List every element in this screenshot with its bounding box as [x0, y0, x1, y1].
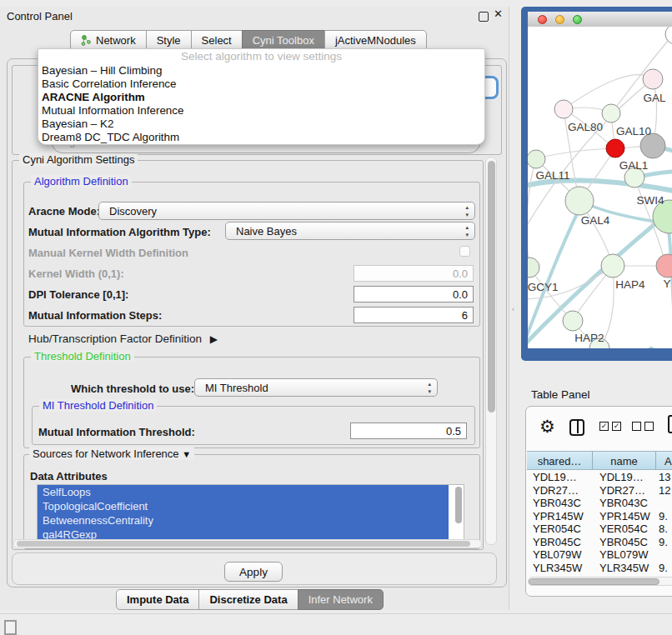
splitter-arrow-icon[interactable]: ‹ — [512, 305, 514, 313]
screenshot-root: Control Panel ✕ Network Style Select Cyn… — [0, 0, 672, 635]
dock-icon[interactable] — [4, 620, 17, 635]
zoom-traffic-button[interactable] — [573, 15, 582, 24]
node-label: HAP2 — [574, 332, 604, 344]
sources-title: Sources for Network Inference — [33, 448, 179, 460]
column-header-sharedname[interactable]: shared… — [527, 451, 593, 470]
node-label: GAL1 — [619, 159, 649, 172]
network-canvas[interactable]: GAL GAL80 GAL10 GAL1 GAL11 SWI4 GAL4 GCY… — [528, 27, 672, 348]
node-label: GAL4 — [581, 214, 610, 227]
dropdown-item-dream8[interactable]: Dream8 DC_TDC Algorithm — [38, 131, 484, 144]
table-body: YDL19…YDL19…13 YDR27…YDR27…12 YBR043CYBR… — [526, 471, 672, 576]
mi-type-value: Naive Bayes — [236, 225, 297, 238]
table-header-row: shared… name A — [526, 451, 672, 470]
aracne-mode-value: Discovery — [109, 205, 157, 218]
node-label: SWI4 — [636, 194, 664, 207]
node-label: HAP4 — [615, 278, 645, 291]
node-hap4[interactable] — [601, 254, 624, 278]
mi-type-label: Mutual Information Algorithm Type: — [28, 226, 211, 238]
node-hap2[interactable] — [563, 311, 583, 331]
node-gal10[interactable] — [602, 104, 620, 122]
dropdown-item-aracne[interactable]: ARACNE Algorithm — [38, 91, 484, 104]
minimize-traffic-button[interactable] — [555, 15, 564, 24]
sources-group-title-wrap: Sources for Network Inference ▼ — [29, 448, 194, 460]
attributes-scrollbar-thumb[interactable] — [455, 487, 462, 523]
tri-right-icon: ▶ — [210, 333, 218, 345]
tab-discretize-data[interactable]: Discretize Data — [198, 589, 298, 610]
control-panel-title: Control Panel — [7, 10, 73, 22]
table-toolbar: ⚙ ✓ ✓ — [526, 407, 672, 448]
hub-section-label: Hub/Transcription Factor Definition — [28, 332, 202, 345]
dropdown-item-basic-correlation[interactable]: Basic Correlation Inference — [38, 78, 484, 91]
cyni-bottom-tabbar: Impute Data Discretize Data Infer Networ… — [117, 589, 384, 610]
node-gal1[interactable] — [606, 139, 624, 158]
settings-hscrollbar-thumb[interactable] — [17, 541, 470, 547]
float-window-button[interactable] — [479, 12, 489, 22]
dpi-tolerance-input[interactable]: 0.0 — [354, 286, 474, 302]
network-window-titlebar[interactable] — [528, 12, 672, 28]
which-threshold-value: MI Threshold — [205, 382, 268, 394]
kernel-width-input[interactable]: 0.0 — [354, 265, 474, 282]
dropdown-item-bayesian-hill-climbing[interactable]: Bayesian – Hill Climbing — [38, 64, 484, 78]
node-label: GAL80 — [568, 121, 603, 133]
mi-steps-label: Mutual Information Steps: — [28, 309, 162, 322]
data-attributes-list[interactable]: SelfLoops TopologicalCoefficient Between… — [37, 484, 464, 543]
mi-threshold-input[interactable]: 0.5 — [350, 422, 467, 439]
settings-scrollbar-thumb[interactable] — [488, 161, 495, 412]
column-header-partial[interactable]: A — [656, 451, 672, 470]
columns-icon[interactable] — [569, 419, 584, 436]
close-traffic-button[interactable] — [538, 15, 547, 24]
table-hscrollbar-thumb[interactable] — [529, 578, 659, 585]
mi-threshold-label: Mutual Information Threshold: — [38, 426, 195, 438]
mi-steps-input[interactable]: 6 — [354, 307, 474, 323]
file-icon[interactable] — [668, 415, 672, 433]
node-label: GAL11 — [535, 169, 569, 182]
close-icon[interactable]: ✕ — [494, 8, 503, 20]
stepper-icon: ▴▾ — [465, 203, 469, 218]
node-label: GAL — [643, 92, 666, 104]
node-gal2[interactable] — [643, 69, 663, 89]
column-header-name[interactable]: name — [593, 451, 656, 470]
list-item-selfloops[interactable]: SelfLoops — [38, 485, 449, 499]
gear-icon[interactable]: ⚙ — [539, 417, 555, 437]
tab-infer-network[interactable]: Infer Network — [298, 589, 384, 610]
unchecked-box-icon[interactable] — [632, 422, 641, 431]
algorithm-definition-title: Algorithm Definition — [31, 175, 132, 188]
node-gal80[interactable] — [554, 100, 573, 118]
checked-box-icon[interactable]: ✓ — [612, 422, 621, 431]
which-threshold-combo[interactable]: MI Threshold ▴▾ — [194, 378, 438, 397]
table-panel-window: ⚙ ✓ ✓ shared… name A YDL19…YDL1 — [525, 406, 672, 597]
tri-down-icon[interactable]: ▼ — [182, 449, 191, 459]
network-view-window: GAL GAL80 GAL10 GAL1 GAL11 SWI4 GAL4 GCY… — [521, 7, 672, 361]
unchecked-box-icon[interactable] — [644, 422, 654, 431]
algorithm-dropdown-popup: Select algorithm to view settings Bayesi… — [38, 48, 485, 145]
threshold-definition-title: Threshold Definition — [31, 350, 134, 362]
tab-network-label: Network — [96, 31, 136, 50]
stepper-icon: ▴▾ — [465, 223, 469, 238]
node-label: GCY1 — [528, 281, 558, 293]
node-gal11[interactable] — [528, 150, 545, 168]
node-label: Y — [663, 278, 670, 290]
mi-threshold-group-title: MI Threshold Definition — [39, 399, 157, 412]
dropdown-item-bayesian-k2[interactable]: Bayesian – K2 — [38, 118, 484, 131]
mi-type-combo[interactable]: Naive Bayes ▴▾ — [225, 222, 475, 240]
data-attributes-label: Data Attributes — [30, 470, 108, 482]
list-item-topologicalcoefficient[interactable]: TopologicalCoefficient — [38, 499, 449, 513]
aracne-mode-combo[interactable]: Discovery ▴▾ — [98, 202, 475, 220]
checked-box-icon[interactable]: ✓ — [599, 422, 609, 431]
stepper-icon: ▴▾ — [428, 380, 431, 395]
table-panel-title: Table Panel — [531, 388, 590, 401]
apply-button[interactable]: Apply — [224, 562, 283, 582]
which-threshold-label: Which threshold to use: — [71, 382, 194, 395]
kernel-width-label: Kernel Width (0,1): — [28, 268, 124, 280]
cyni-algorithm-settings-title: Cyni Algorithm Settings — [19, 153, 138, 166]
list-item-betweennesscentrality[interactable]: BetweennessCentrality — [38, 513, 449, 528]
aracne-mode-label: Aracne Mode: — [28, 205, 100, 218]
hub-section-toggle[interactable]: Hub/Transcription Factor Definition ▶ — [28, 332, 218, 345]
node-label: GAL10 — [616, 125, 651, 138]
dropdown-item-mutual-information[interactable]: Mutual Information Inference — [38, 104, 484, 118]
dropdown-prompt: Select algorithm to view settings — [38, 49, 484, 64]
tab-impute-data[interactable]: Impute Data — [116, 589, 199, 610]
manual-kernel-checkbox[interactable] — [459, 246, 470, 257]
network-icon — [81, 35, 92, 46]
node-gal4[interactable] — [565, 187, 594, 215]
